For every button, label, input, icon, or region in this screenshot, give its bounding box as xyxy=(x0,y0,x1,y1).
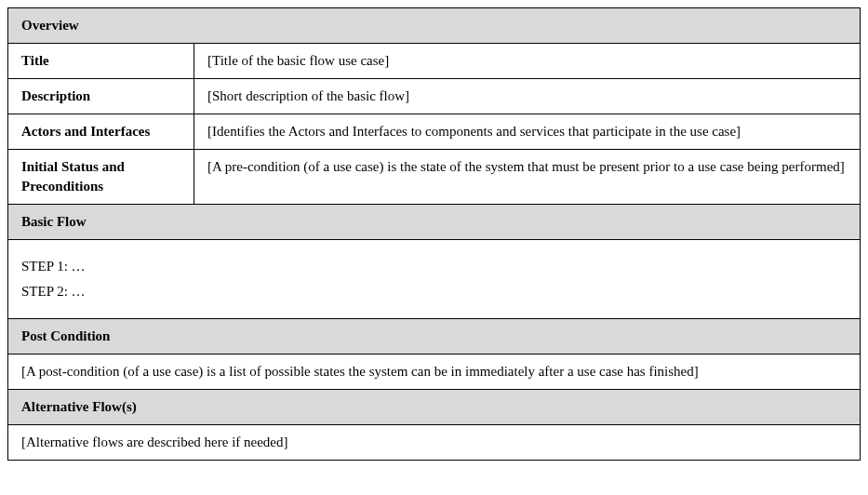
basic-flow-header: Basic Flow xyxy=(8,205,861,240)
basic-flow-steps: STEP 1: …STEP 2: … xyxy=(8,240,861,319)
overview-header: Overview xyxy=(8,8,861,44)
title-value: [Title of the basic flow use case] xyxy=(194,44,861,79)
alternative-flows-value: [Alternative flows are described here if… xyxy=(8,425,861,461)
title-label: Title xyxy=(8,44,194,79)
preconditions-value: [A pre-condition (of a use case) is the … xyxy=(194,150,861,205)
actors-value: [Identifies the Actors and Interfaces to… xyxy=(194,114,861,150)
basic-flow-step: STEP 2: … xyxy=(21,282,847,301)
post-condition-value: [A post-condition (of a use case) is a l… xyxy=(8,355,861,390)
basic-flow-step: STEP 1: … xyxy=(21,257,847,276)
description-value: [Short description of the basic flow] xyxy=(194,79,861,114)
preconditions-label: Initial Status and Preconditions xyxy=(8,150,194,205)
alternative-flows-header: Alternative Flow(s) xyxy=(8,390,861,425)
actors-label: Actors and Interfaces xyxy=(8,114,194,150)
description-label: Description xyxy=(8,79,194,114)
post-condition-header: Post Condition xyxy=(8,319,861,355)
use-case-template-table: Overview Title [Title of the basic flow … xyxy=(7,7,861,461)
